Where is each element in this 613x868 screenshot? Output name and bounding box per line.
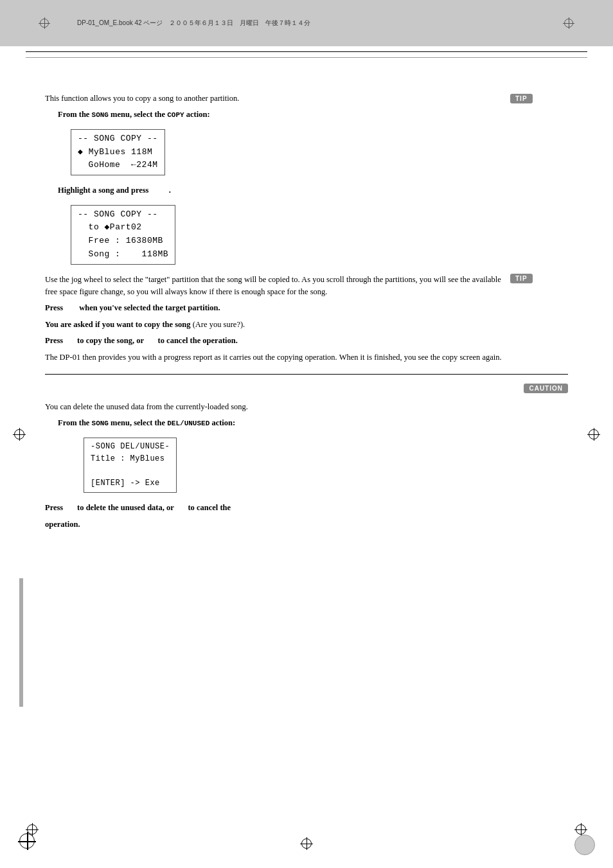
step1-action: COPY <box>167 111 184 119</box>
header-band: DP-01_OM_E.book 42 ページ ２００５年６月１３日 月曜日 午後… <box>0 0 613 46</box>
main-content: This function allows you to copy a song … <box>0 80 613 547</box>
lcd1-line1: -- SONG COPY -- <box>78 132 158 146</box>
lcd2-line3: Free : 16380MB <box>78 235 168 248</box>
step1-menu: SONG <box>92 111 109 119</box>
lcd-del-line4: [ENTER] -> Exe <box>91 477 170 490</box>
tip-badge-2: TIP <box>510 274 533 283</box>
lcd2-line2: to ◆Part02 <box>78 221 168 235</box>
section-divider-1 <box>45 374 568 375</box>
step2-instruction: Highlight a song and press . <box>58 184 568 197</box>
top-rule-1 <box>26 51 587 52</box>
step7-text: The DP-01 then provides you with a progr… <box>45 351 568 364</box>
song-copy-intro: This function allows you to copy a song … <box>45 93 510 105</box>
del-step2-cont: operation. <box>45 518 568 531</box>
del-step1-menu: SONG <box>92 420 109 427</box>
step5-bold: You are asked if you want to copy the so… <box>45 320 191 329</box>
del-step2-text: Press to delete the unused data, or to c… <box>45 502 568 514</box>
left-accent-bar <box>19 578 23 707</box>
lcd-display-2: -- SONG COPY -- to ◆Part02 Free : 16380M… <box>71 205 175 265</box>
step1-instruction: From the SONG menu, select the COPY acti… <box>58 109 568 121</box>
top-rule-2 <box>26 57 587 58</box>
lcd-display-del: -SONG DEL/UNUSE- Title : MyBlues [ENTER]… <box>84 438 177 493</box>
step6-bold: Press to copy the song, or to cancel the… <box>45 336 238 345</box>
del-step1-action: DEL/UNUSED <box>167 420 209 427</box>
step6-text: Press to copy the song, or to cancel the… <box>45 335 568 347</box>
step2-bold: Highlight a song and press . <box>58 186 171 195</box>
step4-text: Press when you've selected the target pa… <box>45 302 568 314</box>
lcd-del-line3 <box>91 465 170 477</box>
step4-bold: Press when you've selected the target pa… <box>45 303 220 312</box>
lcd1-line2: ◆ MyBlues 118M <box>78 146 158 159</box>
del-step2-bold: Press to delete the unused data, or to c… <box>45 503 231 512</box>
lcd2-line4: Song : 118MB <box>78 248 168 261</box>
lcd1-line3: GoHome ←224M <box>78 159 158 172</box>
tip-badge-1: TIP <box>510 94 533 103</box>
lcd-del-line2: Title : MyBlues <box>91 453 170 465</box>
del-unused-section: CAUTION You can delete the unused data f… <box>45 384 568 531</box>
del-step2-cont-bold: operation. <box>45 520 80 529</box>
step5-text: You are asked if you want to copy the so… <box>45 319 568 331</box>
step3-text: Use the jog wheel to select the "target"… <box>45 274 510 299</box>
step1-bold: From the SONG menu, select the COPY acti… <box>58 110 210 119</box>
header-text: DP-01_OM_E.book 42 ページ ２００５年６月１３日 月曜日 午後… <box>77 19 310 28</box>
del-step1-instruction: From the SONG menu, select the DEL/UNUSE… <box>58 417 568 429</box>
lcd-display-1: -- SONG COPY -- ◆ MyBlues 118M GoHome ←2… <box>71 129 165 175</box>
caution-badge: CAUTION <box>524 384 568 393</box>
del-step1-bold: From the SONG menu, select the DEL/UNUSE… <box>58 418 235 427</box>
song-copy-section: This function allows you to copy a song … <box>45 93 568 364</box>
lcd2-line1: -- SONG COPY -- <box>78 208 168 222</box>
del-unused-intro: You can delete the unused data from the … <box>45 401 568 413</box>
lcd-del-line1: -SONG DEL/UNUSE- <box>91 441 170 453</box>
